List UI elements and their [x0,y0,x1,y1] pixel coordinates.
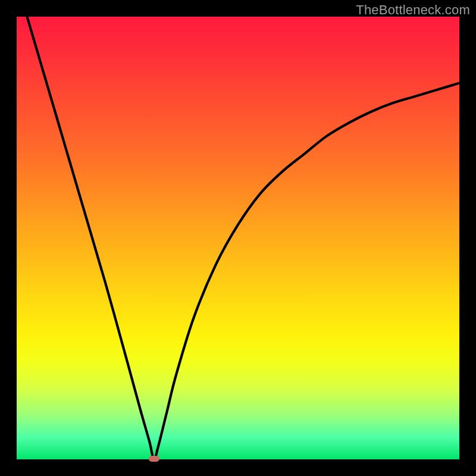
watermark-text: TheBottleneck.com [356,2,470,18]
plot-area [17,17,459,459]
chart-frame: TheBottleneck.com [0,0,476,476]
min-marker [149,456,159,462]
bottleneck-curve [17,17,459,459]
